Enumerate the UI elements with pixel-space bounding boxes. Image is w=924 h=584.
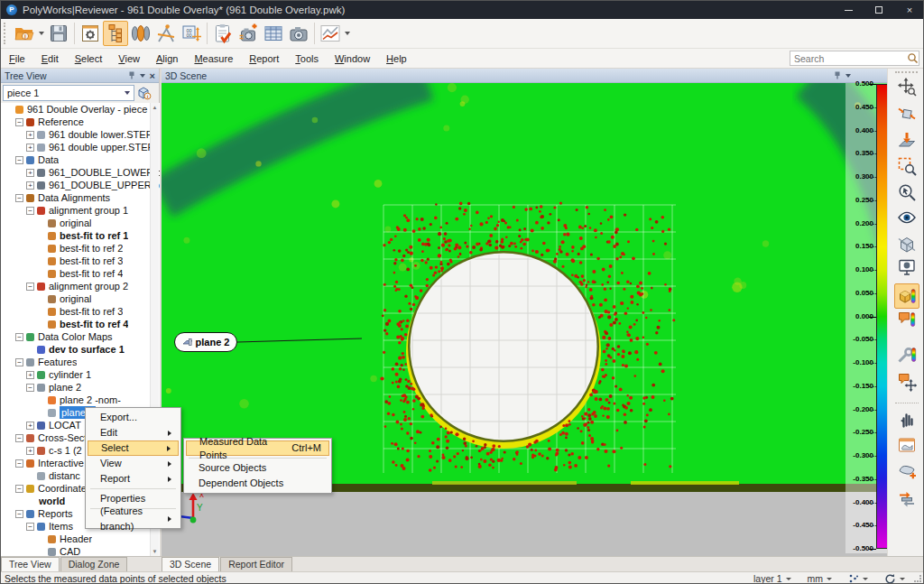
menu-item-report[interactable]: Report <box>88 471 179 487</box>
objects-button[interactable] <box>128 21 153 46</box>
tree-item[interactable]: original <box>1 292 160 305</box>
pan-rotate-zoom-button[interactable] <box>894 74 919 99</box>
tree-expander[interactable]: + <box>26 447 34 455</box>
chevron-down-icon[interactable] <box>345 32 350 35</box>
open-workspace-button[interactable]: i <box>12 21 37 46</box>
dimensions-button[interactable]: 0000 <box>179 21 204 46</box>
piece-selector[interactable]: piece 1 <box>3 85 134 101</box>
menu-file[interactable]: File <box>1 51 33 66</box>
display-options-button[interactable] <box>894 255 919 280</box>
tree-item[interactable]: +cylinder 1 <box>1 368 160 381</box>
tree-view-button[interactable] <box>103 21 128 46</box>
panel-menu-caret-icon[interactable] <box>140 74 145 78</box>
table-button[interactable] <box>261 21 286 46</box>
scroll-down-icon[interactable]: ▼ <box>151 547 159 556</box>
tree-expander[interactable]: − <box>15 434 23 442</box>
tree-item[interactable]: 961 Double Overlay - piece 1 <box>1 103 160 116</box>
chart-button[interactable] <box>318 21 343 46</box>
chevron-down-icon[interactable] <box>827 578 832 580</box>
deviation-color-scale[interactable]: 0.5000.4500.4000.3500.3000.2500.2000.150… <box>845 83 889 553</box>
tree-expander[interactable]: − <box>15 156 23 164</box>
tree-expander[interactable]: − <box>26 384 34 392</box>
menu-window[interactable]: Window <box>327 51 378 66</box>
tree-expander[interactable]: + <box>26 422 34 430</box>
tree-expander[interactable]: + <box>26 371 34 379</box>
tree-item[interactable]: original <box>1 217 160 229</box>
tree-item[interactable]: −plane 2 <box>1 381 160 394</box>
tree-item[interactable]: plane 2 -nom- <box>1 394 160 406</box>
tree-expander[interactable]: − <box>26 283 34 291</box>
tree-expander[interactable]: + <box>26 144 34 152</box>
point-display-icon[interactable] <box>848 573 859 584</box>
menu-item-source-objects[interactable]: Source Objects <box>186 460 329 476</box>
move-annotations-button[interactable] <box>894 369 919 394</box>
scroll-up-icon[interactable]: ▲ <box>151 103 159 112</box>
zoom-region-button[interactable] <box>894 153 919 179</box>
toolbar-handle[interactable] <box>4 23 9 44</box>
flip-normals-button[interactable] <box>894 487 919 512</box>
tree-item[interactable]: best-fit to ref 4 <box>1 318 160 330</box>
tree-item[interactable]: best-fit to ref 3 <box>1 305 160 318</box>
rotate-3d-button[interactable] <box>894 101 919 126</box>
close-button[interactable]: × <box>894 1 924 19</box>
tree-item[interactable]: +961 double lower.STEP <box>1 128 160 141</box>
menu-report[interactable]: Report <box>241 51 287 66</box>
tree-item[interactable]: +961 double upper.STEP <box>1 141 160 153</box>
search-box[interactable] <box>790 51 919 66</box>
options-button[interactable] <box>78 21 103 46</box>
tree-expander[interactable]: − <box>15 459 23 468</box>
tree-expander[interactable]: − <box>26 523 34 531</box>
menu-item-select[interactable]: Select <box>88 440 179 456</box>
clipping-cube-button[interactable] <box>894 232 919 257</box>
tree-item[interactable]: −Data Color Maps <box>1 330 160 343</box>
tree-item[interactable]: −alignment group 1 <box>1 204 160 217</box>
minimize-button[interactable] <box>833 1 864 19</box>
chevron-down-icon[interactable] <box>786 578 791 580</box>
left-tab-tree-view[interactable]: Tree View <box>1 557 60 571</box>
panel-close-icon[interactable]: × <box>150 71 155 80</box>
piece-info-icon[interactable]: i <box>134 85 152 101</box>
tree-item[interactable]: best-fit to ref 3 <box>1 255 160 267</box>
menu-view[interactable]: View <box>110 51 148 66</box>
tree-expander[interactable]: − <box>15 510 23 518</box>
tree-item[interactable]: +961_DOUBLE_LOWER.ply <box>1 166 160 179</box>
tree-item[interactable]: +961_DOUBLE_UPPER.ply <box>1 179 160 191</box>
menu-item--features-branch-[interactable]: (Features branch) <box>88 511 179 526</box>
camera-button[interactable] <box>286 21 311 46</box>
project-to-plane-button[interactable] <box>894 128 919 153</box>
menu-tools[interactable]: Tools <box>287 51 327 66</box>
search-input[interactable] <box>790 53 907 64</box>
menu-measure[interactable]: Measure <box>186 51 241 66</box>
save-button[interactable] <box>46 21 71 46</box>
add-snapshot-button[interactable] <box>236 21 261 46</box>
menu-select[interactable]: Select <box>67 51 111 66</box>
tree-item[interactable]: −Data Alignments <box>1 191 160 204</box>
chevron-down-icon[interactable] <box>900 578 905 580</box>
resize-grip[interactable] <box>914 575 921 582</box>
pick-zoom-button[interactable] <box>894 180 919 205</box>
edit-color-map-button[interactable] <box>894 342 919 367</box>
tree-expander[interactable]: + <box>26 131 34 139</box>
panel-menu-caret-icon[interactable] <box>845 74 851 78</box>
tree-item[interactable]: best-fit to ref 4 <box>1 267 160 280</box>
tree-item[interactable]: best-fit to ref 2 <box>1 242 160 255</box>
merge-surface-button[interactable] <box>894 458 919 483</box>
color-map-button[interactable] <box>894 283 919 309</box>
tree-item[interactable]: CAD <box>1 545 160 556</box>
units-selector[interactable]: mm <box>808 573 824 584</box>
menu-item-view[interactable]: View <box>88 456 179 471</box>
measure-button[interactable] <box>153 21 179 46</box>
tree-expander[interactable]: − <box>26 207 34 215</box>
tree-item[interactable]: −alignment group 2 <box>1 280 160 292</box>
annotations-color-button[interactable] <box>894 307 919 332</box>
menu-edit[interactable]: Edit <box>33 51 67 66</box>
layer-selector[interactable]: layer 1 <box>753 573 782 584</box>
maximize-button[interactable] <box>864 1 894 19</box>
tree-expander[interactable]: − <box>15 485 23 493</box>
tree-item[interactable]: −Features <box>1 356 160 368</box>
menu-align[interactable]: Align <box>148 51 186 66</box>
menu-item-dependent-objects[interactable]: Dependent Objects <box>186 476 329 491</box>
tree-expander[interactable]: − <box>15 118 23 126</box>
menu-item-measured-data-points[interactable]: Measured Data PointsCtrl+M <box>186 440 329 456</box>
select-hand-button[interactable] <box>894 406 919 431</box>
